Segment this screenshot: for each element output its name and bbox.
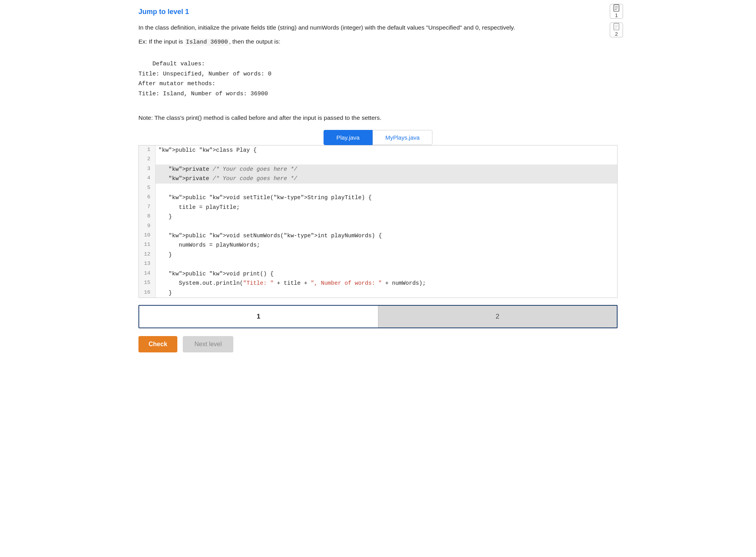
line-code[interactable]: }: [155, 212, 617, 221]
table-row: 5: [139, 184, 617, 193]
description-text: In the class definition, initialize the …: [138, 23, 618, 33]
jump-to-level-link[interactable]: Jump to level 1: [138, 8, 189, 16]
line-code[interactable]: "kw">private /* Your code goes here */: [155, 174, 617, 183]
line-number: 13: [139, 259, 155, 269]
table-row: 16 }: [139, 288, 617, 298]
line-number: 2: [139, 155, 155, 164]
code-editor: 1"kw">public "kw">class Play {2 3 "kw">p…: [138, 145, 618, 298]
table-row: 6 "kw">public "kw">void setTitle("kw-typ…: [139, 193, 617, 202]
line-number: 10: [139, 231, 155, 240]
example-label-prefix: Ex: If the input is: [138, 38, 185, 45]
bottom-tabs: 1 2: [138, 305, 618, 328]
level-indicators: 1 2: [610, 4, 623, 37]
line-code[interactable]: [155, 184, 617, 193]
table-row: 7 title = playTitle;: [139, 203, 617, 212]
table-row: 15 System.out.println("Title: " + title …: [139, 278, 617, 288]
line-number: 11: [139, 240, 155, 250]
table-row: 13: [139, 259, 617, 269]
code-output-line-1: Default values: Title: Unspecified, Numb…: [138, 61, 271, 97]
example-label: Ex: If the input is Island 36900, then t…: [138, 38, 618, 46]
line-code[interactable]: [155, 259, 617, 269]
check-button[interactable]: Check: [138, 336, 177, 352]
line-number: 5: [139, 184, 155, 193]
example-label-suffix: , then the output is:: [229, 38, 280, 45]
level-badge-2-num: 2: [615, 31, 618, 37]
page-wrapper: 1 2 Jump to level 1 In the class definit…: [129, 0, 627, 364]
line-code[interactable]: "kw">public "kw">class Play {: [155, 145, 617, 155]
tab-bar: Play.java MyPlays.java: [138, 130, 618, 145]
table-row: 1"kw">public "kw">class Play {: [139, 145, 617, 155]
line-code[interactable]: "kw">public "kw">void print() {: [155, 269, 617, 278]
note-text: Note: The class's print() method is call…: [138, 114, 618, 121]
line-number: 7: [139, 203, 155, 212]
table-row: 10 "kw">public "kw">void setNumWords("kw…: [139, 231, 617, 240]
line-code[interactable]: System.out.println("Title: " + title + "…: [155, 278, 617, 288]
line-number: 3: [139, 165, 155, 174]
line-code[interactable]: }: [155, 288, 617, 298]
line-code[interactable]: numWords = playNumWords;: [155, 240, 617, 250]
bottom-tab-1[interactable]: 1: [139, 306, 378, 328]
table-row: 3 "kw">private /* Your code goes here */: [139, 165, 617, 174]
tab-play-java[interactable]: Play.java: [324, 130, 373, 145]
line-number: 8: [139, 212, 155, 221]
line-code[interactable]: }: [155, 250, 617, 259]
level-badge-1-num: 1: [615, 12, 618, 18]
table-row: 4 "kw">private /* Your code goes here */: [139, 174, 617, 183]
action-bar: Check Next level: [138, 336, 618, 352]
line-code[interactable]: "kw">private /* Your code goes here */: [155, 165, 617, 174]
line-code[interactable]: title = playTitle;: [155, 203, 617, 212]
tab-myplays-java[interactable]: MyPlays.java: [373, 130, 432, 145]
table-row: 14 "kw">public "kw">void print() {: [139, 269, 617, 278]
line-number: 16: [139, 288, 155, 298]
example-input-code: Island 36900: [185, 39, 229, 46]
code-output: Default values: Title: Unspecified, Numb…: [138, 49, 618, 109]
line-number: 4: [139, 174, 155, 183]
line-number: 6: [139, 193, 155, 202]
line-code[interactable]: [155, 222, 617, 231]
line-number: 14: [139, 269, 155, 278]
line-number: 15: [139, 278, 155, 288]
table-row: 9: [139, 222, 617, 231]
line-code[interactable]: "kw">public "kw">void setNumWords("kw-ty…: [155, 231, 617, 240]
line-code[interactable]: "kw">public "kw">void setTitle("kw-type"…: [155, 193, 617, 202]
line-number: 1: [139, 145, 155, 155]
next-level-button: Next level: [183, 336, 233, 352]
line-number: 12: [139, 250, 155, 259]
line-number: 9: [139, 222, 155, 231]
table-row: 11 numWords = playNumWords;: [139, 240, 617, 250]
line-code[interactable]: [155, 155, 617, 164]
table-row: 8 }: [139, 212, 617, 221]
level-badge-1[interactable]: 1: [610, 4, 623, 19]
table-row: 2: [139, 155, 617, 164]
code-table: 1"kw">public "kw">class Play {2 3 "kw">p…: [139, 145, 617, 298]
table-row: 12 }: [139, 250, 617, 259]
level-badge-2[interactable]: 2: [610, 23, 623, 37]
bottom-tab-2[interactable]: 2: [378, 306, 617, 328]
